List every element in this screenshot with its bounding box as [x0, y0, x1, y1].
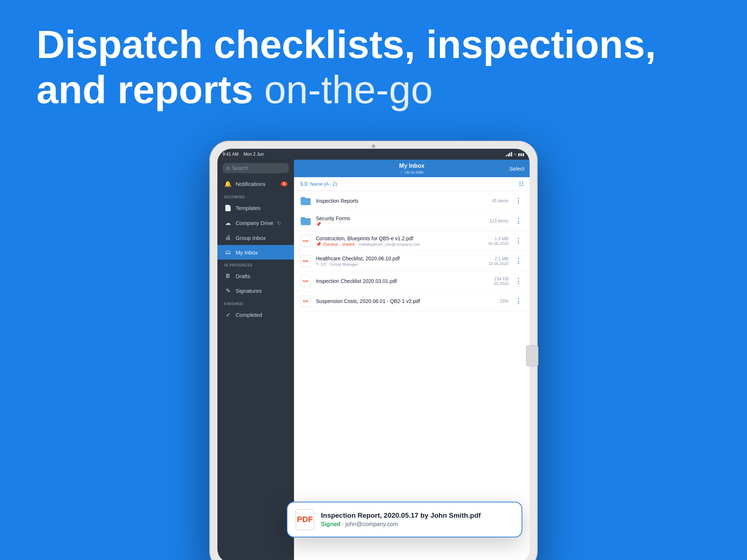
drafts-icon: 🗎 — [224, 273, 232, 279]
search-box[interactable]: ☌ Search — [222, 163, 289, 173]
signal-icon — [506, 152, 512, 156]
overdue-label: Overdue — [323, 242, 338, 246]
sidebar-item-group-inbox[interactable]: 🖨 Group Inbox — [217, 230, 294, 245]
file-name: Construction, Blueprints for QB5-e v1.2.… — [316, 236, 484, 241]
file-meta: 📌 — [316, 222, 485, 227]
pdf-icon: PDF — [300, 295, 311, 307]
status-time-date: 9:41 AM Mon 2 Jun — [222, 152, 264, 157]
email-label: maliahpalmer_cee@company.com — [359, 242, 420, 246]
ipad-device: 9:41 AM Mon 2 Jun ≈ ▮▮▮ — [209, 141, 538, 560]
sidebar-item-completed[interactable]: ✓ Completed — [217, 307, 294, 322]
file-info: Inspection Reports — [316, 198, 488, 204]
tooltip-popup: PDF Inspection Report, 2020.05.17 by Joh… — [294, 502, 522, 537]
main-header-title: My Inbox — [301, 163, 523, 169]
folder-icon — [300, 195, 311, 207]
tooltip-email: john@company.com — [345, 521, 398, 527]
file-info: Security Forms 📌 — [316, 215, 485, 227]
main-header: My Inbox ✓ Up-to-date Select — [294, 160, 530, 177]
more-button[interactable]: ⋮ — [513, 196, 524, 206]
file-size: 2.1 MB — [488, 256, 508, 261]
file-info: Suspension Costs, 2020.06.01 - QB2-1 v2.… — [316, 298, 495, 304]
file-info: Healthcare Checklist, 2020.06.10.pdf ✎ 1… — [316, 256, 484, 267]
pin-icon2: 📌 — [316, 242, 321, 247]
tooltip-pdf-icon: PDF — [295, 509, 314, 530]
section-in-progress-label: IN PROGRESS — [217, 260, 294, 269]
more-button[interactable]: ⋮ — [513, 236, 524, 246]
sidebar-item-my-inbox[interactable]: 🗂 My Inbox — [217, 245, 294, 260]
sidebar-item-drafts[interactable]: 🗎 Drafts — [217, 269, 294, 283]
file-meta: ✎ 1/2 · Group Manager — [316, 262, 484, 267]
table-row[interactable]: PDF Inspection Checklist 2020.03.01.pdf … — [294, 271, 530, 291]
sidebar-item-notifications[interactable]: 🔔 Notifications 5 — [217, 176, 294, 191]
file-name: Inspection Checklist 2020.03.01.pdf — [316, 278, 489, 284]
battery-icon: ▮▮▮ — [518, 152, 525, 156]
ipad-screen: 9:41 AM Mon 2 Jun ≈ ▮▮▮ — [217, 149, 530, 560]
templates-icon: 📄 — [224, 205, 232, 211]
home-button[interactable] — [526, 345, 538, 366]
completed-label: Completed — [236, 312, 262, 318]
cloud-icon: ☁ — [224, 219, 232, 226]
file-size: 45 items — [492, 198, 508, 203]
file-meta: 📌 Overdue · Voided · maliahpalmer_cee@co… — [316, 242, 484, 247]
hero-text-block: Dispatch checklists, inspections, and re… — [36, 22, 711, 112]
sidebar-item-templates[interactable]: 📄 Templates — [217, 201, 294, 215]
file-size-block: 2.1 MB 10.06.2020 — [488, 256, 508, 266]
inbox-icon: 🗂 — [224, 249, 232, 256]
sidebar-item-company-drive[interactable]: ☁ Company Drive ↻ — [217, 215, 294, 230]
file-name: Suspension Costs, 2020.06.01 - QB2-1 v2.… — [316, 298, 495, 304]
file-info: Inspection Checklist 2020.03.01.pdf — [316, 278, 489, 284]
more-button[interactable]: ⋮ — [513, 256, 524, 266]
file-size-block: 1.3 MB 05.06.2020 — [488, 236, 508, 246]
main-content: My Inbox ✓ Up-to-date Select ⇅☰ Name (A … — [294, 160, 530, 560]
file-name: Healthcare Checklist, 2020.06.10.pdf — [316, 256, 484, 261]
sort-icon: ⇅☰ — [300, 181, 308, 187]
notifications-label: Notifications — [236, 181, 266, 187]
notifications-badge: 5 — [281, 182, 287, 186]
group-inbox-label: Group Inbox — [236, 235, 266, 241]
more-button[interactable]: ⋮ — [513, 276, 524, 286]
table-row[interactable]: Security Forms 📌 123 items ⋮ — [294, 211, 530, 231]
table-row[interactable]: PDF Suspension Costs, 2020.06.01 - QB2-1… — [294, 291, 530, 311]
signatures-icon: ✎ — [224, 287, 232, 294]
section-incoming-label: INCOMING — [217, 191, 294, 201]
file-size: 1.3 MB — [488, 236, 508, 241]
wifi-icon: ≈ — [514, 152, 516, 156]
file-date: 05.06.2020 — [488, 241, 508, 246]
search-item[interactable]: ☌ Search — [217, 160, 294, 176]
bell-icon: 🔔 — [224, 180, 232, 187]
more-button[interactable]: ⋮ — [513, 216, 524, 226]
sort-bar: ⇅☰ Name (A - Z) ☷ — [294, 177, 530, 191]
camera-dot — [372, 144, 375, 148]
file-size-block: 234 KB 05.2020 — [494, 276, 508, 286]
templates-label: Templates — [236, 205, 260, 211]
table-row[interactable]: PDF Healthcare Checklist, 2020.06.10.pdf… — [294, 251, 530, 271]
file-size: 123 items — [489, 218, 508, 223]
table-row[interactable]: PDF Construction, Blueprints for QB5-e v… — [294, 231, 530, 251]
hero-title: Dispatch checklists, inspections, and re… — [36, 22, 711, 112]
pdf-icon: PDF — [300, 235, 311, 247]
file-info: Construction, Blueprints for QB5-e v1.2.… — [316, 236, 484, 247]
folder-icon — [300, 215, 311, 227]
tooltip-filename: Inspection Report, 2020.05.17 by John Sm… — [321, 512, 481, 520]
signatures-label: Signatures — [236, 288, 262, 294]
more-button[interactable]: ⋮ — [513, 296, 524, 306]
tooltip-status: Signed — [321, 521, 340, 527]
sort-label[interactable]: ⇅☰ Name (A - Z) — [300, 181, 337, 187]
file-date: 10.06.2020 — [488, 261, 508, 266]
printer-icon: 🖨 — [224, 234, 232, 241]
file-date: 05.2020 — [494, 281, 508, 286]
file-name: Security Forms — [316, 215, 485, 221]
sidebar-item-signatures[interactable]: ✎ Signatures — [217, 283, 294, 298]
up-to-date-label: Up-to-date — [405, 170, 424, 174]
hero-title-bold2: and reports — [36, 67, 253, 112]
tooltip-pdf-text: PDF — [297, 515, 313, 524]
drafts-label: Drafts — [236, 273, 250, 279]
select-button[interactable]: Select — [509, 166, 525, 172]
check-icon: ✓ — [400, 170, 403, 174]
progress-label: 1/2 — [321, 262, 326, 267]
grid-view-icon[interactable]: ☷ — [519, 180, 524, 187]
tooltip-meta: Signed · john@company.com — [321, 521, 481, 528]
table-row[interactable]: Inspection Reports 45 items ⋮ — [294, 191, 530, 211]
role-label: Group Manager — [330, 262, 358, 267]
search-label: Search — [232, 165, 248, 171]
